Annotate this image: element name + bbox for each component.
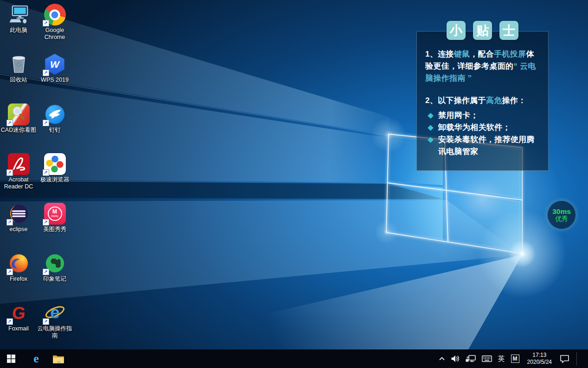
desktop-icon-label: 美图秀秀 [36,226,73,233]
chevron-up-icon [439,357,445,361]
chrome-icon: ↗ [44,4,66,26]
desktop-icon-this-pc[interactable]: 此电脑 [0,4,37,34]
desktop-icon-speed-browser[interactable]: ↗ 极速浏览器 [36,153,73,183]
highlight-keyboard-mouse: 键鼠 [454,50,470,58]
desktop-icon-label: CAD迷你看图 [0,127,37,134]
show-desktop-button[interactable] [581,349,583,368]
acrobat-reader-icon: ↗ [8,153,30,175]
keyboard-icon [482,355,492,362]
desktop-icon-label: eclipse [0,226,37,233]
diamond-bullet-icon [428,137,434,143]
tips-body: 1、连接键鼠，配合手机投屏体验更佳，详细参考桌面的“ 云电脑操作指南 ” 2、以… [417,32,548,158]
tips-bullet: 卸载华为相关软件； [425,122,542,134]
desktop-icon-acrobat[interactable]: ↗ Acrobat Reader DC [0,153,37,190]
network-icon [466,355,476,362]
shortcut-arrow-icon: ↗ [43,269,49,275]
dingtalk-icon: ↗ [44,103,66,125]
clock-time: 17:13 [532,352,546,359]
highlight-high-risk: 高危 [486,96,502,105]
desktop-icon-cad-viewer[interactable]: ↗ CAD迷你看图 [0,103,37,134]
desktop-icon-cloud-pc-guide[interactable]: e ↗ 云电脑操作指南 [36,302,73,339]
tips-bullet-list: 禁用网卡； 卸载华为相关软件； 安装杀毒软件，推荐使用腾讯电脑管家 [425,110,542,158]
diamond-bullet-icon [428,113,434,119]
desktop-icon-label: Google Chrome [36,27,73,41]
highlight-phone-cast: 手机投屏 [494,50,526,58]
svg-text:e: e [50,303,60,322]
desktop-icon-chrome[interactable]: ↗ Google Chrome [36,4,73,41]
shortcut-arrow-icon: ↗ [43,318,49,325]
tray-ime-language[interactable]: 英 [497,349,506,368]
tray-show-hidden-icons[interactable] [438,349,446,368]
tips-header-char: 小 [447,21,466,40]
taskbar-ie-button[interactable]: e [25,349,47,368]
tips-header-char: 士 [499,21,518,40]
shortcut-arrow-icon: ↗ [43,120,49,126]
latency-value: 30ms [552,207,571,215]
wps-icon: W ↗ [44,53,66,75]
firefox-icon: ↗ [8,252,30,274]
desktop-icon-eclipse[interactable]: ↗ eclipse [0,203,37,233]
tips-item-1: 1、连接键鼠，配合手机投屏体验更佳，详细参考桌面的“ 云电脑操作指南 ” [425,48,542,84]
desktop-icon-label: 此电脑 [0,27,37,34]
desktop-icon-label: 极速浏览器 [36,176,73,183]
network-latency-badge[interactable]: 30ms 优秀 [547,200,576,229]
diamond-bullet-icon [428,125,434,131]
desktop-icon-label: 钉钉 [36,127,73,134]
ie-icon: e [33,353,39,365]
action-center-icon [560,355,569,363]
shortcut-arrow-icon: ↗ [6,269,13,275]
cad-viewer-icon: ↗ [8,103,30,125]
latency-grade: 优秀 [556,215,568,223]
this-pc-icon [8,4,30,26]
taskbar: e [0,349,588,368]
desktop-icon-evernote[interactable]: ↗ 印象笔记 [36,252,73,283]
desktop-icon-label: Foxmail [0,325,37,332]
desktop-icon-label: 回收站 [0,77,37,84]
clock-date: 2020/5/24 [527,359,552,366]
shortcut-arrow-icon: ↗ [43,219,49,226]
desktop-icon-label: WPS 2019 [36,77,73,84]
shortcut-arrow-icon: ↗ [6,169,13,176]
tips-bullet: 禁用网卡； [425,110,542,122]
speed-browser-icon: ↗ [44,153,66,175]
desktop-icon-label: 云电脑操作指南 [36,325,73,339]
shortcut-arrow-icon: ↗ [43,20,49,26]
tray-clock[interactable]: 17:13 2020/5/24 [524,349,555,368]
desktop-icon-firefox[interactable]: ↗ Firefox [0,252,37,283]
speaker-icon [451,355,460,362]
desktop-icon-wps[interactable]: W ↗ WPS 2019 [36,53,73,84]
desktop-icon-label: Firefox [0,276,37,283]
desktop-icon-dingtalk[interactable]: ↗ 钉钉 [36,103,73,134]
svg-text:♻: ♻ [15,61,22,69]
tips-item-2: 2、以下操作属于高危操作： [425,95,542,107]
tray-touch-keyboard[interactable] [481,349,493,368]
desktop-icon-recycle-bin[interactable]: ♻ 回收站 [0,53,37,84]
tips-bullet: 安装杀毒软件，推荐使用腾讯电脑管家 [425,134,542,158]
shortcut-arrow-icon: ↗ [6,120,13,126]
tray-network[interactable] [465,349,477,368]
foxmail-icon: G ↗ [8,302,30,324]
tray-ime-mode[interactable]: M [510,349,520,368]
desktop-icon-foxmail[interactable]: G ↗ Foxmail [0,302,37,332]
windows-logo-icon [7,355,15,363]
system-tray: 英 M 17:13 2020/5/24 [438,349,588,368]
shortcut-arrow-icon: ↗ [43,169,49,176]
file-explorer-icon [52,354,64,364]
tips-header: 小 贴 士 [417,21,548,40]
taskbar-file-explorer-button[interactable] [47,349,70,368]
recycle-bin-icon: ♻ [8,53,30,75]
action-center-button[interactable] [559,349,570,368]
shortcut-arrow-icon: ↗ [6,318,13,325]
meitu-icon: Mmeitu ↗ [44,203,66,225]
desktop-icon-label: Acrobat Reader DC [0,176,37,190]
shortcut-arrow-icon: ↗ [6,219,13,226]
tips-panel: 小 贴 士 1、连接键鼠，配合手机投屏体验更佳，详细参考桌面的“ 云电脑操作指南… [416,31,549,171]
shortcut-arrow-icon: ↗ [43,70,49,76]
start-button[interactable] [0,349,22,368]
ie-guide-icon: e ↗ [44,302,66,324]
desktop-screen: 此电脑 ♻ 回收站 ↗ CAD迷你看图 [0,0,588,368]
tips-header-char: 贴 [473,21,492,40]
desktop-icon-meitu[interactable]: Mmeitu ↗ 美图秀秀 [36,203,73,233]
desktop-icon-label: 印象笔记 [36,276,73,283]
tray-volume[interactable] [450,349,460,368]
